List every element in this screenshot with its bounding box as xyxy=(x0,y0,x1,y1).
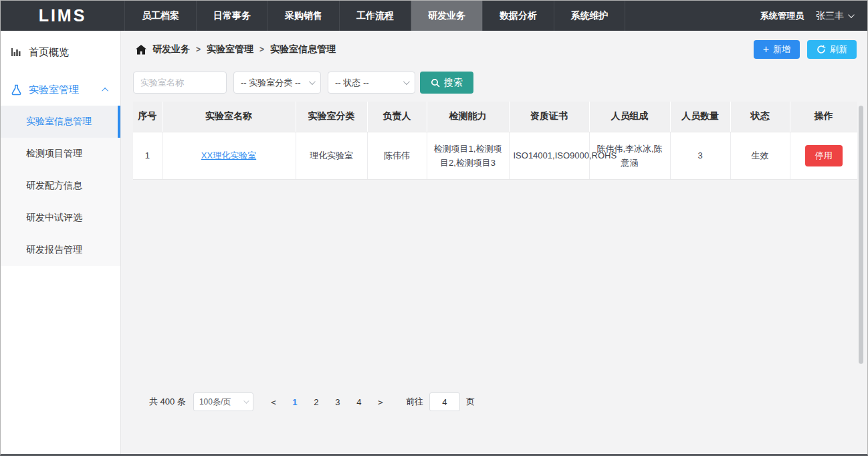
app-logo: LIMS xyxy=(1,1,124,31)
user-area: 系统管理员 张三丰 xyxy=(760,1,867,31)
col-header-actions: 操作 xyxy=(790,102,857,132)
chevron-up-icon xyxy=(102,87,108,94)
col-header-certs: 资质证书 xyxy=(509,102,589,132)
disable-button[interactable]: 停用 xyxy=(805,145,843,166)
breadcrumb: 研发业务 > 实验室管理 > 实验室信息管理 xyxy=(136,43,336,55)
breadcrumb-item[interactable]: 实验室管理 xyxy=(207,43,253,55)
nav-tab-rd-business[interactable]: 研发业务 xyxy=(411,1,482,31)
toolbar-actions: + 新增 刷新 xyxy=(754,40,857,59)
breadcrumb-item[interactable]: 研发业务 xyxy=(152,43,190,55)
goto-page-input[interactable] xyxy=(429,392,460,411)
cell-status: 生效 xyxy=(730,132,790,179)
main-content: 研发业务 > 实验室管理 > 实验室信息管理 + 新增 xyxy=(121,31,867,454)
table-row: 1 XX理化实验室 理化实验室 陈伟伟 检测项目1,检测项目2,检测项目3 IS… xyxy=(133,132,857,179)
table-header-row: 序号 实验室名称 实验室分类 负责人 检测能力 资质证书 人员组成 人员数量 状… xyxy=(133,102,857,132)
sidebar-group-label: 实验室管理 xyxy=(29,84,97,96)
next-page-button[interactable]: > xyxy=(370,397,391,407)
page-nav: < 1 2 3 4 > xyxy=(263,397,391,407)
lab-name-link[interactable]: XX理化实验室 xyxy=(201,150,256,160)
sidebar-item-rd-formula-info[interactable]: 研发配方信息 xyxy=(1,170,120,202)
plus-icon: + xyxy=(763,44,769,55)
filter-bar: -- 实验室分类 -- -- 状态 -- 搜索 xyxy=(133,72,857,94)
goto-page: 前往 页 xyxy=(406,392,475,411)
user-role-label: 系统管理员 xyxy=(760,10,804,22)
page-number-3[interactable]: 3 xyxy=(327,397,348,407)
add-button[interactable]: + 新增 xyxy=(754,40,800,59)
col-header-count: 人员数量 xyxy=(670,102,730,132)
nav-tab-daily-affairs[interactable]: 日常事务 xyxy=(196,1,267,31)
flask-icon xyxy=(11,84,22,96)
chevron-down-icon xyxy=(848,11,855,18)
sidebar-item-label: 首页概览 xyxy=(29,46,69,59)
page-size-select[interactable]: 100条/页 xyxy=(193,392,253,411)
user-menu[interactable]: 张三丰 xyxy=(816,10,853,22)
col-header-capability: 检测能力 xyxy=(427,102,509,132)
bar-chart-icon xyxy=(11,47,22,58)
app-window: LIMS 员工档案 日常事务 采购销售 工作流程 研发业务 数据分析 系统维护 … xyxy=(0,0,868,456)
page-number-4[interactable]: 4 xyxy=(348,397,370,407)
lab-table: 序号 实验室名称 实验室分类 负责人 检测能力 资质证书 人员组成 人员数量 状… xyxy=(133,102,857,180)
sidebar-group-lab-management[interactable]: 实验室管理 xyxy=(1,74,120,106)
home-icon xyxy=(136,45,146,55)
cell-owner: 陈伟伟 xyxy=(367,132,427,179)
breadcrumb-separator: > xyxy=(259,45,264,54)
sidebar-item-rd-pilot-selection[interactable]: 研发中试评选 xyxy=(1,202,120,234)
search-button[interactable]: 搜索 xyxy=(420,72,473,94)
sidebar-item-lab-info-management[interactable]: 实验室信息管理 xyxy=(1,106,120,138)
col-header-index: 序号 xyxy=(133,102,162,132)
cell-count: 3 xyxy=(670,132,730,179)
nav-tab-data-analysis[interactable]: 数据分析 xyxy=(482,1,554,31)
nav-tab-system-maintenance[interactable]: 系统维护 xyxy=(554,1,625,31)
lab-category-select[interactable]: -- 实验室分类 -- xyxy=(233,72,321,94)
nav-tab-employee-archive[interactable]: 员工档案 xyxy=(124,1,196,31)
cell-index: 1 xyxy=(133,132,162,179)
sidebar-submenu: 实验室信息管理 检测项目管理 研发配方信息 研发中试评选 研发报告管理 xyxy=(1,106,120,266)
toolbar: 研发业务 > 实验室管理 > 实验室信息管理 + 新增 xyxy=(133,31,857,68)
cell-capability: 检测项目1,检测项目2,检测项目3 xyxy=(427,132,509,179)
sidebar-item-rd-report-management[interactable]: 研发报告管理 xyxy=(1,234,120,266)
page-number-1[interactable]: 1 xyxy=(284,397,306,407)
status-select[interactable]: -- 状态 -- xyxy=(328,72,415,94)
cell-category: 理化实验室 xyxy=(296,132,367,179)
chevron-down-icon xyxy=(403,78,410,85)
refresh-icon xyxy=(817,45,826,54)
cell-certs: ISO14001,ISO9000,ROHS xyxy=(509,132,589,179)
goto-unit-label: 页 xyxy=(466,396,475,408)
col-header-status: 状态 xyxy=(730,102,790,132)
col-header-owner: 负责人 xyxy=(367,102,427,132)
sidebar-item-home-overview[interactable]: 首页概览 xyxy=(1,36,120,68)
user-name-label: 张三丰 xyxy=(816,10,844,22)
search-icon xyxy=(431,78,440,88)
top-navbar: LIMS 员工档案 日常事务 采购销售 工作流程 研发业务 数据分析 系统维护 … xyxy=(1,1,867,31)
col-header-lab-name: 实验室名称 xyxy=(162,102,296,132)
chevron-down-icon xyxy=(243,398,249,403)
breadcrumb-separator: > xyxy=(196,45,201,54)
refresh-button[interactable]: 刷新 xyxy=(807,40,857,59)
nav-tab-workflow[interactable]: 工作流程 xyxy=(339,1,411,31)
col-header-category: 实验室分类 xyxy=(296,102,367,132)
breadcrumb-item[interactable]: 实验室信息管理 xyxy=(270,43,336,55)
vertical-scrollbar[interactable] xyxy=(859,106,863,364)
page-number-2[interactable]: 2 xyxy=(306,397,327,407)
sidebar-item-test-project-management[interactable]: 检测项目管理 xyxy=(1,138,120,170)
main-menu: 员工档案 日常事务 采购销售 工作流程 研发业务 数据分析 系统维护 xyxy=(124,1,625,31)
lab-name-input[interactable] xyxy=(133,72,227,94)
goto-label: 前往 xyxy=(406,396,423,408)
col-header-members: 人员组成 xyxy=(589,102,670,132)
nav-tab-purchase-sales[interactable]: 采购销售 xyxy=(267,1,339,31)
pagination: 共 400 条 100条/页 < 1 2 3 4 > 前往 页 xyxy=(149,392,475,411)
chevron-down-icon xyxy=(309,78,316,85)
total-count-label: 共 400 条 xyxy=(149,396,186,408)
sidebar: 首页概览 实验室管理 实验室信息管理 检测项目管理 研发配方信息 研发中试评选 … xyxy=(1,31,121,454)
prev-page-button[interactable]: < xyxy=(263,397,284,407)
